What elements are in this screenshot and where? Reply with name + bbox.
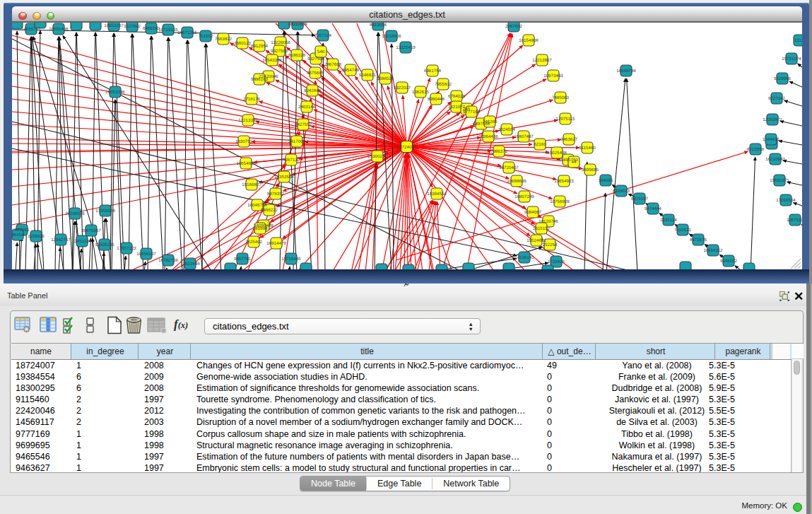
svg-text:10958107: 10958107 — [136, 252, 156, 257]
svg-text:751552: 751552 — [199, 34, 213, 39]
svg-text:15720407: 15720407 — [499, 165, 519, 170]
svg-text:19384554: 19384554 — [427, 192, 447, 197]
svg-text:16914479: 16914479 — [266, 241, 286, 246]
svg-text:14055721: 14055721 — [21, 27, 41, 32]
svg-text:20364436: 20364436 — [478, 134, 498, 139]
svg-text:19654923: 19654923 — [554, 179, 574, 184]
svg-text:15751074: 15751074 — [782, 57, 801, 62]
svg-text:10025438: 10025438 — [547, 151, 567, 156]
svg-text:485061: 485061 — [15, 228, 30, 233]
svg-text:16120746: 16120746 — [539, 219, 558, 224]
svg-text:9463627: 9463627 — [560, 137, 578, 142]
svg-text:10807487: 10807487 — [514, 134, 534, 139]
svg-text:10654925: 10654925 — [236, 161, 256, 166]
svg-text:1588520: 1588520 — [377, 76, 394, 81]
svg-text:17016504: 17016504 — [776, 198, 796, 203]
svg-text:1167533: 1167533 — [787, 218, 802, 223]
svg-text:8267130: 8267130 — [283, 158, 300, 163]
svg-text:2803144: 2803144 — [298, 105, 316, 110]
svg-text:9896163: 9896163 — [251, 77, 269, 82]
svg-text:16210643: 16210643 — [765, 157, 785, 162]
svg-text:7632621: 7632621 — [674, 228, 692, 233]
svg-text:16046798: 16046798 — [247, 203, 267, 208]
svg-text:7357224: 7357224 — [314, 33, 332, 38]
svg-text:9242848: 9242848 — [304, 88, 322, 93]
svg-text:164095: 164095 — [599, 178, 613, 183]
svg-text:3675685: 3675685 — [307, 71, 324, 76]
svg-text:16671355: 16671355 — [177, 30, 197, 35]
svg-text:7485063: 7485063 — [552, 95, 570, 100]
svg-text:1156829: 1156829 — [28, 234, 45, 239]
svg-text:16648784: 16648784 — [616, 69, 636, 74]
svg-text:5322037: 5322037 — [394, 86, 411, 90]
svg-text:746266: 746266 — [483, 119, 498, 124]
svg-text:9129966: 9129966 — [774, 76, 792, 81]
svg-text:16033809: 16033809 — [288, 23, 307, 27]
svg-text:9115460: 9115460 — [579, 146, 596, 151]
svg-text:8427552: 8427552 — [295, 122, 312, 127]
svg-text:14136141: 14136141 — [514, 255, 534, 260]
svg-text:17957223: 17957223 — [117, 246, 136, 251]
svg-text:12923448: 12923448 — [180, 262, 200, 267]
svg-text:13226058: 13226058 — [271, 40, 290, 45]
svg-text:8471676: 8471676 — [690, 238, 707, 243]
svg-text:9245652: 9245652 — [720, 259, 738, 264]
svg-text:9327506: 9327506 — [271, 49, 288, 54]
svg-text:15692971: 15692971 — [770, 178, 789, 183]
svg-text:19218506: 19218506 — [382, 34, 401, 39]
svg-text:39975867: 39975867 — [81, 228, 101, 233]
svg-text:18724007: 18724007 — [397, 145, 417, 150]
svg-text:9474444: 9474444 — [645, 206, 662, 211]
svg-text:16154808: 16154808 — [519, 38, 539, 43]
svg-text:10653267: 10653267 — [104, 23, 124, 28]
svg-text:1362615: 1362615 — [412, 90, 430, 95]
svg-text:8215958: 8215958 — [747, 147, 765, 152]
svg-text:7955812: 7955812 — [435, 82, 452, 87]
svg-text:9146821: 9146821 — [359, 73, 377, 78]
svg-text:12213389: 12213389 — [238, 118, 258, 123]
svg-text:1244415: 1244415 — [763, 137, 780, 142]
svg-text:8813054: 8813054 — [370, 23, 387, 28]
svg-text:15300275: 15300275 — [367, 154, 387, 159]
svg-text:12942757: 12942757 — [51, 238, 71, 243]
svg-text:9327508: 9327508 — [307, 57, 325, 62]
svg-text:8878352: 8878352 — [267, 192, 285, 197]
svg-text:8912954: 8912954 — [251, 44, 269, 49]
svg-text:10719155: 10719155 — [158, 28, 178, 33]
svg-text:12213967: 12213967 — [532, 58, 552, 63]
svg-text:16782759: 16782759 — [158, 258, 178, 263]
svg-text:2417008: 2417008 — [288, 139, 306, 144]
svg-text:15716485: 15716485 — [281, 257, 301, 262]
svg-text:546: 546 — [317, 49, 325, 54]
svg-text:7625402: 7625402 — [245, 240, 263, 245]
svg-text:1930751: 1930751 — [235, 139, 253, 144]
svg-text:1733426: 1733426 — [548, 259, 565, 264]
svg-text:12505135: 12505135 — [95, 243, 114, 247]
svg-text:11451194: 11451194 — [73, 239, 92, 244]
svg-text:1112: 1112 — [795, 38, 802, 43]
svg-text:252254: 252254 — [543, 243, 558, 247]
svg-text:9457791: 9457791 — [234, 257, 252, 262]
svg-text:1615152: 1615152 — [533, 226, 551, 231]
svg-text:9777169: 9777169 — [463, 110, 481, 115]
svg-text:9227342: 9227342 — [768, 96, 786, 101]
svg-text:18807249: 18807249 — [514, 194, 534, 199]
svg-text:8186328: 8186328 — [288, 53, 306, 58]
svg-text:13325419: 13325419 — [396, 45, 416, 50]
svg-text:20053346: 20053346 — [105, 90, 125, 95]
svg-text:20091406: 20091406 — [49, 27, 69, 32]
svg-text:9084067: 9084067 — [524, 210, 542, 215]
svg-text:7663822: 7663822 — [215, 37, 233, 42]
svg-text:3660123: 3660123 — [234, 41, 252, 46]
svg-text:2087682: 2087682 — [505, 24, 523, 29]
svg-text:44: 44 — [572, 160, 577, 165]
svg-text:10688609: 10688609 — [507, 179, 526, 184]
svg-text:7986372: 7986372 — [490, 149, 508, 154]
svg-text:19166827: 19166827 — [242, 182, 261, 187]
svg-text:10654112: 10654112 — [703, 248, 723, 253]
svg-text:2867608: 2867608 — [324, 62, 342, 67]
svg-text:62160: 62160 — [534, 142, 546, 147]
svg-text:10973493: 10973493 — [543, 74, 563, 78]
svg-text:5498222: 5498222 — [261, 208, 278, 213]
svg-text:2718176: 2718176 — [243, 97, 261, 102]
